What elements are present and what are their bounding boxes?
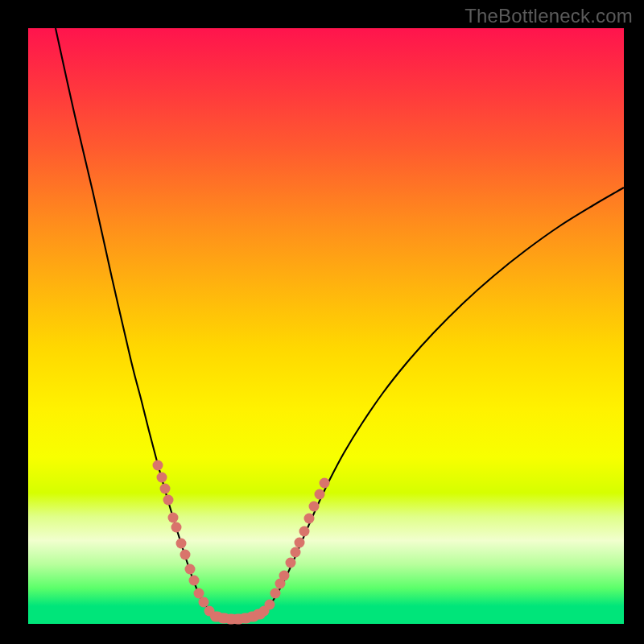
watermark-text: TheBottleneck.com	[464, 5, 633, 27]
curve-marker	[163, 495, 174, 506]
chart-container: TheBottleneck.com	[0, 0, 644, 644]
curve-marker	[286, 558, 296, 568]
curve-marker	[270, 588, 281, 599]
curve-marker	[153, 460, 163, 471]
bottleneck-curve	[56, 28, 624, 620]
curve-marker	[309, 502, 320, 512]
curve-marker	[295, 538, 305, 548]
curve-marker	[253, 609, 266, 620]
curve-marker	[194, 588, 204, 599]
curve-marker	[199, 597, 209, 608]
curve-marker	[299, 526, 310, 537]
curve-marker	[304, 514, 315, 524]
curve-marker	[157, 473, 167, 483]
curve-marker	[279, 571, 290, 581]
curve-marker	[315, 489, 325, 500]
curve-marker	[176, 539, 187, 549]
curve-marker	[160, 484, 171, 494]
plot-area	[28, 28, 624, 624]
curve-marker	[180, 550, 191, 560]
curve-marker	[185, 564, 196, 575]
curve-marker	[171, 522, 182, 533]
curve-marker	[168, 513, 179, 523]
curve-marker	[291, 547, 301, 558]
curve-marker	[189, 576, 200, 586]
curve-marker	[265, 600, 275, 610]
curve-layer	[28, 28, 624, 624]
curve-marker	[320, 478, 330, 489]
marker-group	[153, 460, 330, 625]
